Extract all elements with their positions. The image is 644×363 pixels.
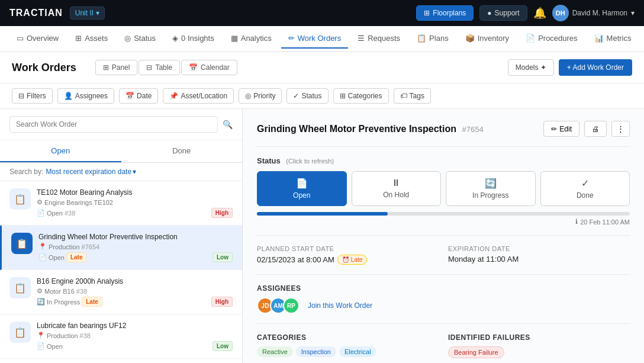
- work-order-item[interactable]: 📋 Lubricate fan bearings UF12 📍 Producti…: [0, 314, 242, 359]
- status-icon: 🔄: [37, 298, 45, 306]
- priority-badge: High: [211, 297, 233, 307]
- page-header: Work Orders ⊞ Panel ⊟ Table 📅 Calendar M…: [0, 52, 644, 83]
- print-button[interactable]: 🖨: [584, 121, 607, 137]
- work-order-icon: 📋: [9, 322, 31, 343]
- progress-info: ℹ 20 Feb 11:00 AM: [257, 218, 630, 226]
- nav-item-overview[interactable]: ▭ Overview: [9, 29, 66, 49]
- status-inprogress-button[interactable]: 🔄 In Progress: [446, 171, 536, 206]
- work-order-sub: ⚙ Motor B16 #38: [37, 287, 233, 295]
- nav-item-plans[interactable]: 📋 Plans: [410, 29, 456, 49]
- status-onhold-button[interactable]: ⏸ On Hold: [352, 171, 442, 206]
- priority-icon: ◎: [245, 92, 251, 100]
- work-order-status: 📄 Open Late: [38, 252, 86, 262]
- work-order-title: B16 Engine 2000h Analysis: [37, 277, 233, 285]
- tab-done[interactable]: Done: [121, 140, 243, 162]
- status-open-button[interactable]: 📄 Open: [257, 171, 347, 206]
- work-order-item[interactable]: 📋 TE102 Motor Bearing Analysis ⚙ Engine …: [0, 181, 242, 226]
- late-indicator: ⏰ Late: [337, 255, 367, 265]
- detail-header: Grinding Wheel Motor Preventive Inspecti…: [257, 121, 630, 137]
- models-button[interactable]: Models ✦: [508, 59, 554, 76]
- dates-section: Planned Start Date 02/15/2023 at 8:00 AM…: [257, 245, 630, 265]
- work-order-status: 🔄 In Progress Late: [37, 297, 102, 307]
- support-icon: ●: [487, 9, 491, 17]
- avatar: RP: [283, 297, 300, 314]
- assignees-filter[interactable]: 👤 Assignees: [57, 88, 114, 104]
- status-filter[interactable]: ✓ Status: [286, 88, 328, 104]
- planned-start-value: 02/15/2023 at 8:00 AM: [257, 255, 334, 264]
- work-order-item[interactable]: 📋 Grinding Wheel Motor Preventive Inspec…: [0, 226, 242, 270]
- nav-item-insights[interactable]: ◈ 0 Insights: [165, 29, 221, 49]
- nav-item-requests[interactable]: ☰ Requests: [350, 29, 407, 49]
- nav-bar: ▭ Overview ⊞ Assets ◎ Status ◈ 0 Insight…: [0, 26, 644, 52]
- status-nav-icon: ◎: [124, 34, 131, 43]
- overview-icon: ▭: [17, 34, 24, 43]
- table-icon: ⊟: [146, 63, 152, 72]
- floorplans-button[interactable]: ⊞ Floorplans: [416, 5, 474, 21]
- analytics-icon: ▦: [231, 34, 238, 43]
- nav-item-assets[interactable]: ⊞ Assets: [68, 29, 115, 49]
- user-chevron-icon: ▾: [631, 9, 635, 17]
- priority-filter[interactable]: ◎ Priority: [239, 88, 282, 104]
- assignee-row: JD AM RP Join this Work Order: [257, 297, 630, 314]
- tab-open[interactable]: Open: [0, 140, 121, 162]
- work-order-sub: ⚙ Engine Bearings TE102: [37, 198, 233, 206]
- tags-icon: 🏷: [400, 92, 407, 100]
- detail-panel: Grinding Wheel Motor Preventive Inspecti…: [243, 109, 644, 363]
- assignees-filter-icon: 👤: [64, 92, 73, 100]
- unit-label: Unit II: [75, 9, 94, 17]
- nav-item-analytics[interactable]: ▦ Analytics: [224, 29, 279, 49]
- floorplans-icon: ⊞: [424, 9, 430, 17]
- sub-icon: 📍: [37, 332, 45, 339]
- metrics-icon: 📊: [594, 34, 604, 43]
- workorders-icon: ✏: [288, 34, 295, 43]
- inprogress-icon: 🔄: [485, 178, 497, 189]
- nav-item-metrics[interactable]: 📊 Metrics: [587, 29, 639, 49]
- add-work-order-button[interactable]: + Add Work Order: [559, 59, 632, 76]
- asset-location-icon: 📌: [169, 92, 178, 100]
- status-icon: 📄: [37, 342, 45, 350]
- view-tab-calendar[interactable]: 📅 Calendar: [181, 60, 237, 75]
- nav-item-procedures[interactable]: 📄 Procedures: [519, 29, 584, 49]
- work-order-tabs: Open Done: [0, 140, 242, 163]
- status-hint: (Click to refresh): [286, 158, 334, 165]
- nav-item-status[interactable]: ◎ Status: [117, 29, 163, 49]
- work-order-icon: 📋: [11, 233, 33, 254]
- plans-icon: 📋: [417, 34, 426, 43]
- sort-by-label: Search by:: [9, 168, 43, 176]
- progress-date: 20 Feb 11:00 AM: [580, 219, 630, 226]
- failures-title: Identified Failures: [448, 333, 630, 342]
- categories-filter[interactable]: ⊞ Categories: [333, 88, 389, 104]
- avatar: DH: [552, 5, 569, 21]
- filters-button[interactable]: ⊟ Filters: [12, 88, 53, 104]
- asset-location-filter[interactable]: 📌 Asset/Location: [163, 88, 234, 104]
- search-button[interactable]: 🔍: [223, 120, 233, 129]
- nav-item-reports[interactable]: 📑 Reports: [641, 29, 645, 49]
- nav-item-workorders[interactable]: ✏ Work Orders: [281, 29, 348, 49]
- failures-section: Identified Failures Bearing Failure: [448, 333, 630, 358]
- status-done-button[interactable]: ✓ Done: [540, 171, 630, 206]
- view-tab-table[interactable]: ⊟ Table: [139, 60, 180, 75]
- work-order-sub: 📍 Production #7654: [38, 243, 233, 250]
- work-order-list: 📋 TE102 Motor Bearing Analysis ⚙ Engine …: [0, 181, 242, 363]
- tags-filter[interactable]: 🏷 Tags: [394, 88, 431, 104]
- logo: TRACTIAN: [9, 8, 63, 18]
- notifications-button[interactable]: 🔔: [533, 7, 546, 20]
- status-icon: 📄: [37, 209, 45, 217]
- date-filter[interactable]: 📅 Date: [119, 88, 158, 104]
- work-order-item[interactable]: 📋 B16 Engine 2000h Analysis ⚙ Motor B16 …: [0, 270, 242, 314]
- support-button[interactable]: ● Support: [479, 5, 527, 21]
- more-options-button[interactable]: ⋮: [611, 121, 630, 137]
- search-input[interactable]: [9, 116, 218, 133]
- work-order-item[interactable]: 📋 Compressor 3000h Analysis 📍 Production: [0, 359, 242, 363]
- join-work-order-link[interactable]: Join this Work Order: [308, 301, 372, 310]
- status-section-title: Status: [257, 156, 281, 165]
- clock-icon: ⏰: [342, 256, 349, 263]
- user-menu[interactable]: DH David M. Harmon ▾: [552, 5, 635, 21]
- unit-selector[interactable]: Unit II ▾: [70, 7, 105, 20]
- view-tab-panel[interactable]: ⊞ Panel: [95, 60, 138, 75]
- edit-button[interactable]: ✏ Edit: [543, 121, 579, 137]
- content-area: 🔍 Open Done Search by: Most recent expir…: [0, 109, 644, 363]
- sort-selector[interactable]: Most recent expiration date ▾: [46, 168, 136, 176]
- categories-section: Categories Reactive Inspection Electrica…: [257, 333, 439, 358]
- nav-item-inventory[interactable]: 📦 Inventory: [458, 29, 516, 49]
